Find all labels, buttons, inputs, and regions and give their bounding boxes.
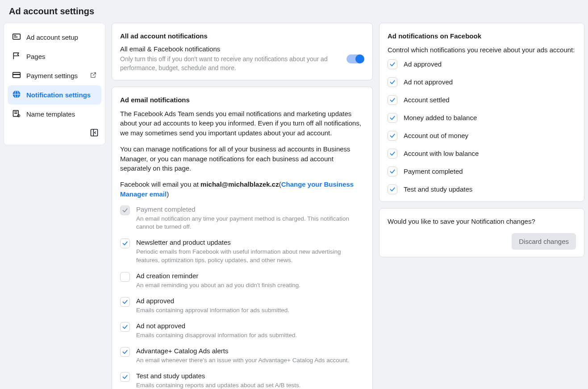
- sidebar-item-label: Ad account setup: [26, 33, 97, 41]
- checkbox-icon[interactable]: [388, 59, 397, 69]
- sidebar-item-label: Pages: [26, 53, 97, 60]
- email-check-test-study: Test and study updates Emails containing…: [120, 372, 364, 389]
- email-checkbox-list: Payment completed An email notification …: [120, 205, 364, 389]
- setup-icon: [12, 32, 21, 42]
- checkbox-description: Periodic emails from Facebook with usefu…: [136, 248, 364, 265]
- checkbox-label: Newsletter and product updates: [136, 238, 364, 246]
- checkbox-description: An email reminding you about an ad you d…: [136, 281, 300, 290]
- checkbox-label: Test and study updates: [136, 372, 300, 380]
- flag-icon: [12, 51, 21, 62]
- checkbox-icon[interactable]: [388, 131, 397, 141]
- checkbox-icon[interactable]: [388, 184, 397, 194]
- fb-checkbox-list: Ad approved Ad not approved Account sett…: [388, 59, 576, 194]
- all-notifications-heading: All email & Facebook notifications: [120, 45, 338, 53]
- email-intro-1: The Facebook Ads Team sends you email no…: [120, 109, 364, 138]
- email-check-newsletter: Newsletter and product updates Periodic …: [120, 238, 364, 265]
- page-title: Ad account settings: [9, 6, 584, 17]
- all-notifications-toggle[interactable]: [346, 54, 364, 63]
- checkbox-icon[interactable]: [120, 372, 130, 382]
- card-title: Ad email notifications: [120, 96, 364, 104]
- email-check-ad-creation-reminder: Ad creation reminder An email reminding …: [120, 272, 364, 290]
- checkbox-label: Ad approved: [136, 297, 289, 305]
- card-title: Ad notifications on Facebook: [388, 32, 576, 40]
- fb-notifications-intro: Control which notifications you receive …: [388, 45, 576, 55]
- save-changes-card: Would you like to save your Notification…: [379, 208, 584, 257]
- sidebar-item-label: Notification settings: [26, 91, 97, 99]
- fb-check-payment-completed: Payment completed: [388, 167, 576, 176]
- sidebar-item-pages[interactable]: Pages: [8, 47, 101, 66]
- checkbox-icon[interactable]: [120, 272, 130, 282]
- card-title: All ad account notifications: [120, 32, 364, 40]
- sidebar-item-label: Name templates: [26, 110, 97, 118]
- checkbox-icon[interactable]: [388, 113, 397, 123]
- fb-check-ad-not-approved: Ad not approved: [388, 77, 576, 87]
- checkbox-description: Emails containing disapproval informatio…: [136, 331, 297, 340]
- sidebar-item-notification-settings[interactable]: Notification settings: [8, 85, 101, 105]
- discard-changes-button[interactable]: Discard changes: [512, 233, 576, 250]
- card-icon: [12, 71, 21, 81]
- collapse-sidebar-icon[interactable]: [90, 128, 99, 138]
- checkbox-label: Account out of money: [404, 132, 468, 139]
- fb-check-ad-approved: Ad approved: [388, 59, 576, 69]
- external-link-icon: [90, 71, 97, 80]
- checkbox-label: Ad not approved: [404, 78, 453, 86]
- sidebar-item-ad-account-setup[interactable]: Ad account setup: [8, 28, 101, 47]
- fb-check-test-study: Test and study updates: [388, 184, 576, 194]
- fb-check-money-added: Money added to balance: [388, 113, 576, 123]
- sidebar-item-label: Payment settings: [26, 72, 84, 79]
- email-check-ad-approved: Ad approved Emails containing approval i…: [120, 297, 364, 315]
- globe-icon: [12, 90, 21, 100]
- checkbox-label: Ad not approved: [136, 322, 297, 330]
- checkbox-label: Account with low balance: [404, 150, 479, 157]
- email-check-payment-completed: Payment completed An email notification …: [120, 205, 364, 232]
- fb-check-account-settled: Account settled: [388, 95, 576, 105]
- all-notifications-card: All ad account notifications All email &…: [112, 23, 373, 80]
- checkbox-label: Money added to balance: [404, 114, 477, 121]
- checkbox-icon[interactable]: [120, 322, 130, 332]
- checkbox-label: Payment completed: [136, 205, 364, 213]
- checkbox-icon[interactable]: [388, 77, 397, 87]
- all-notifications-description: Only turn this off if you don't want to …: [120, 54, 338, 73]
- fb-notifications-card: Ad notifications on Facebook Control whi…: [379, 23, 584, 202]
- checkbox-label: Ad approved: [404, 60, 442, 68]
- checkbox-description: Emails containing approval information f…: [136, 306, 289, 315]
- checkbox-icon[interactable]: [388, 95, 397, 105]
- email-notifications-card: Ad email notifications The Facebook Ads …: [112, 87, 373, 389]
- checkbox-label: Advantage+ Catalog Ads alerts: [136, 347, 349, 355]
- email-intro-2: You can manage notifications for all of …: [120, 144, 364, 173]
- checkbox-description: An email whenever there's an issue with …: [136, 356, 349, 365]
- checkbox-label: Account settled: [404, 96, 450, 104]
- email-address-line: Facebook will email you at michal@michal…: [120, 180, 364, 199]
- checkbox-icon[interactable]: [120, 347, 130, 357]
- settings-sidebar: Ad account setup Pages Payment settings …: [4, 23, 105, 145]
- save-prompt: Would you like to save your Notification…: [388, 218, 576, 225]
- checkbox-icon[interactable]: [388, 167, 397, 176]
- checkbox-icon[interactable]: [120, 297, 130, 307]
- checkbox-icon[interactable]: [388, 149, 397, 159]
- checkbox-description: An email notification any time your paym…: [136, 215, 364, 232]
- email-check-ad-not-approved: Ad not approved Emails containing disapp…: [120, 322, 364, 340]
- checkbox-description: Emails containing reports and updates ab…: [136, 381, 300, 389]
- fb-check-low-balance: Account with low balance: [388, 149, 576, 159]
- email-check-advantage-catalog: Advantage+ Catalog Ads alerts An email w…: [120, 347, 364, 365]
- checkbox-icon[interactable]: [120, 238, 130, 248]
- sidebar-item-name-templates[interactable]: Name templates: [8, 105, 101, 124]
- checkbox-label: Ad creation reminder: [136, 272, 300, 280]
- sidebar-item-payment-settings[interactable]: Payment settings: [8, 66, 101, 85]
- email-address: michal@michalblazek.cz: [200, 180, 279, 188]
- fb-check-out-of-money: Account out of money: [388, 131, 576, 141]
- template-icon: [12, 109, 21, 119]
- checkbox-icon: [120, 205, 130, 215]
- checkbox-label: Test and study updates: [404, 185, 472, 193]
- checkbox-label: Payment completed: [404, 167, 463, 175]
